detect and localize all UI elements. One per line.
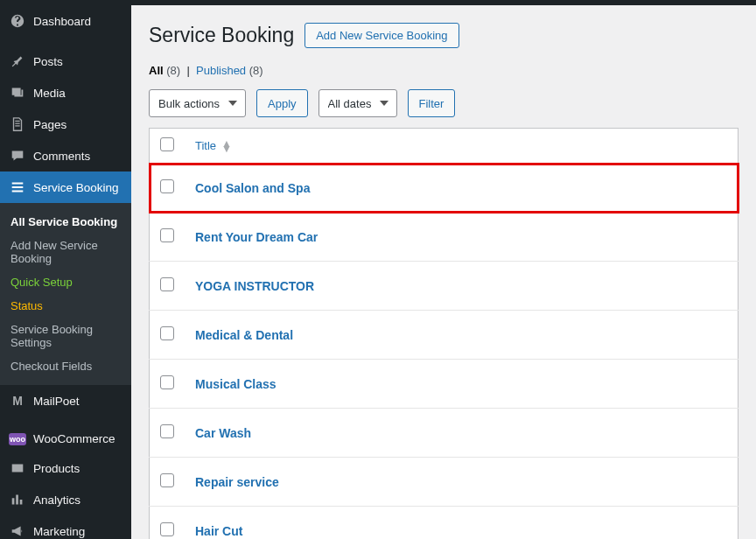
comment-icon xyxy=(9,147,26,164)
row-checkbox[interactable] xyxy=(160,375,174,389)
filter-all-label: All xyxy=(149,64,164,77)
sidebar-label: Analytics xyxy=(33,494,80,507)
row-title-link[interactable]: Hair Cut xyxy=(195,524,242,538)
row-checkbox[interactable] xyxy=(160,473,174,487)
filter-published-link[interactable]: Published xyxy=(196,64,246,77)
submenu: All Service Booking Add New Service Book… xyxy=(0,203,131,385)
row-title-link[interactable]: Musical Class xyxy=(195,377,276,391)
table-row: Medical & Dental xyxy=(150,311,738,360)
table-row: Cool Salon and Spa xyxy=(150,164,738,213)
sort-icon: ▲▼ xyxy=(221,141,232,151)
filter-separator: | xyxy=(186,64,189,77)
products-icon xyxy=(9,459,26,477)
mailpoet-icon: M xyxy=(9,392,26,410)
submenu-item-add-new[interactable]: Add New Service Booking xyxy=(0,234,131,270)
select-all-checkbox[interactable] xyxy=(160,137,174,151)
table-row: Hair Cut xyxy=(150,507,738,540)
submenu-item-quick-setup[interactable]: Quick Setup xyxy=(0,270,131,294)
sidebar-item-marketing[interactable]: Marketing xyxy=(0,515,131,539)
bookings-table: Title ▲▼ Cool Salon and Spa Rent Your xyxy=(149,128,738,539)
analytics-icon xyxy=(9,491,26,508)
sidebar-item-products[interactable]: Products xyxy=(0,452,131,484)
apply-button[interactable]: Apply xyxy=(256,89,308,117)
bulk-actions-select[interactable]: Bulk actions xyxy=(149,89,246,117)
sidebar-label: MailPoet xyxy=(33,395,80,408)
table-row: Car Wash xyxy=(150,409,738,458)
sidebar-item-woocommerce[interactable]: woo WooCommerce xyxy=(0,425,131,452)
sidebar-item-analytics[interactable]: Analytics xyxy=(0,484,131,515)
submenu-item-checkout-fields[interactable]: Checkout Fields xyxy=(0,354,131,378)
sidebar-item-posts[interactable]: Posts xyxy=(0,46,131,77)
sidebar-label: Pages xyxy=(33,118,66,131)
sidebar-item-service-booking[interactable]: Service Booking xyxy=(0,172,131,203)
bulk-actions-wrap: Bulk actions xyxy=(149,89,246,117)
submenu-item-all[interactable]: All Service Booking xyxy=(0,210,131,234)
filter-button[interactable]: Filter xyxy=(408,89,456,117)
pin-icon xyxy=(9,52,26,70)
row-title-link[interactable]: Cool Salon and Spa xyxy=(195,181,310,195)
status-filter-links: All (8) | Published (8) xyxy=(149,64,738,77)
sidebar-label: WooCommerce xyxy=(33,432,116,445)
table-row: Rent Your Dream Car xyxy=(150,213,738,262)
heading-row: Service Booking Add New Service Booking xyxy=(149,23,738,48)
select-all-header xyxy=(150,129,186,164)
sidebar-label: Media xyxy=(33,87,66,100)
row-checkbox[interactable] xyxy=(160,228,174,242)
row-title-link[interactable]: Repair service xyxy=(195,475,279,489)
megaphone-icon xyxy=(9,522,26,539)
sidebar-item-mailpoet[interactable]: M MailPoet xyxy=(0,385,131,416)
sidebar-item-pages[interactable]: Pages xyxy=(0,108,131,140)
admin-sidebar: Dashboard Posts Media Pages Comments xyxy=(0,5,131,539)
submenu-item-status[interactable]: Status xyxy=(0,294,131,318)
row-checkbox[interactable] xyxy=(160,179,174,193)
submenu-item-settings[interactable]: Service Booking Settings xyxy=(0,318,131,354)
add-new-button[interactable]: Add New Service Booking xyxy=(304,23,458,48)
dashboard-icon xyxy=(9,12,26,30)
row-checkbox[interactable] xyxy=(160,522,174,536)
sidebar-item-media[interactable]: Media xyxy=(0,77,131,108)
row-checkbox[interactable] xyxy=(160,326,174,340)
filter-published-label: Published xyxy=(196,64,246,77)
tablenav-top: Bulk actions Apply All dates Filter xyxy=(149,89,738,117)
filter-all-link[interactable]: All xyxy=(149,64,164,77)
title-column-label: Title xyxy=(195,139,216,152)
table-row: Musical Class xyxy=(150,360,738,409)
sidebar-label: Service Booking xyxy=(33,181,119,194)
date-filter-wrap: All dates xyxy=(318,89,397,117)
sidebar-label: Comments xyxy=(33,150,90,163)
table-row: YOGA INSTRUCTOR xyxy=(150,262,738,311)
row-checkbox[interactable] xyxy=(160,277,174,291)
table-row: Repair service xyxy=(150,458,738,507)
filter-published-count: (8) xyxy=(249,64,263,77)
date-filter-select[interactable]: All dates xyxy=(318,89,397,117)
row-title-link[interactable]: Rent Your Dream Car xyxy=(195,230,318,244)
row-title-link[interactable]: Car Wash xyxy=(195,426,251,440)
row-checkbox[interactable] xyxy=(160,424,174,438)
media-icon xyxy=(9,84,26,102)
layout: Dashboard Posts Media Pages Comments xyxy=(0,5,756,539)
sidebar-label: Posts xyxy=(33,55,63,68)
sidebar-item-dashboard[interactable]: Dashboard xyxy=(0,5,131,37)
filter-all-count: (8) xyxy=(166,64,180,77)
row-title-link[interactable]: Medical & Dental xyxy=(195,328,293,342)
sidebar-label: Marketing xyxy=(33,525,85,538)
svg-rect-0 xyxy=(12,465,24,472)
sidebar-label: Products xyxy=(33,462,80,475)
title-column-header[interactable]: Title ▲▼ xyxy=(185,129,738,164)
row-title-link[interactable]: YOGA INSTRUCTOR xyxy=(195,279,314,293)
page-icon xyxy=(9,116,26,133)
woocommerce-icon: woo xyxy=(9,433,26,445)
sidebar-label: Dashboard xyxy=(33,15,91,28)
main-content: Service Booking Add New Service Booking … xyxy=(131,5,756,539)
page-title: Service Booking xyxy=(149,24,294,47)
list-icon xyxy=(9,178,26,196)
sidebar-item-comments[interactable]: Comments xyxy=(0,140,131,172)
